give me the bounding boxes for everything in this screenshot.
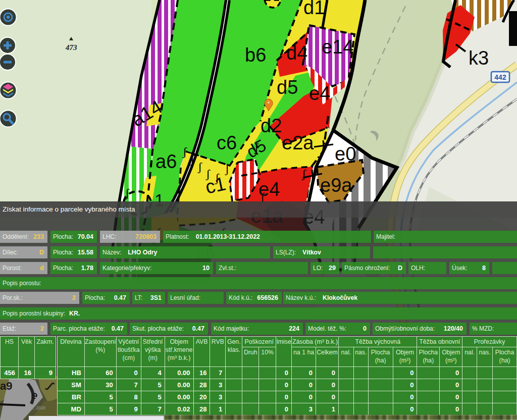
- svg-text:c6: c6: [217, 132, 237, 153]
- svg-text:k3: k3: [469, 47, 489, 69]
- svg-text:c1: c1: [203, 173, 228, 197]
- svg-text:25: 25: [15, 395, 20, 400]
- svg-text:ʃ: ʃ: [197, 160, 202, 173]
- svg-text:d1: d1: [303, 0, 325, 18]
- svg-text:ʃ: ʃ: [190, 152, 195, 166]
- svg-text:b6: b6: [245, 44, 266, 66]
- svg-text:e4: e4: [309, 83, 330, 104]
- svg-text:59: 59: [35, 397, 40, 401]
- svg-text:e0: e0: [335, 143, 356, 165]
- svg-text:ʃ: ʃ: [225, 162, 230, 175]
- svg-text:d2: d2: [261, 115, 282, 136]
- svg-text:e14: e14: [322, 36, 353, 58]
- svg-text:a9: a9: [0, 380, 12, 392]
- svg-text:e2a: e2a: [282, 132, 314, 153]
- svg-text:473: 473: [65, 43, 77, 51]
- svg-text:e4: e4: [258, 179, 280, 200]
- svg-text:a6: a6: [156, 151, 177, 172]
- svg-text:e9a: e9a: [320, 175, 352, 196]
- svg-text:*: *: [268, 100, 270, 107]
- svg-text:d4: d4: [286, 42, 307, 64]
- svg-text:ʃ: ʃ: [125, 186, 130, 199]
- svg-text:ʃ: ʃ: [182, 145, 187, 158]
- svg-text:d5: d5: [277, 77, 298, 98]
- svg-text:442: 442: [494, 73, 506, 81]
- svg-text:Seznam.cz, a.s., 2020: Seznam.cz, a.s., 2020: [3, 405, 45, 410]
